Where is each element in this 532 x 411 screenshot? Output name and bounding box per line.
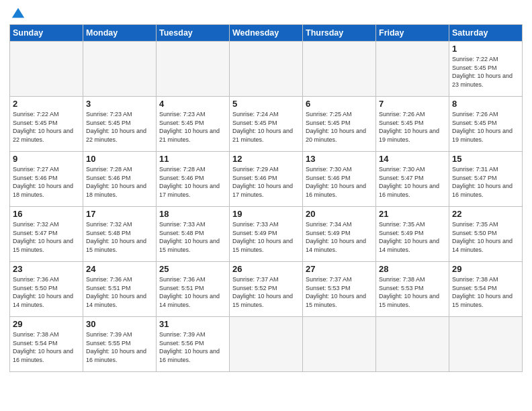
calendar-cell: 7Sunrise: 7:26 AMSunset: 5:45 PMDaylight… xyxy=(376,97,449,152)
empty-cell xyxy=(303,42,376,97)
calendar-cell: 25Sunrise: 7:36 AMSunset: 5:51 PMDayligh… xyxy=(157,262,230,317)
empty-cell xyxy=(230,42,303,97)
calendar-table: SundayMondayTuesdayWednesdayThursdayFrid… xyxy=(9,24,523,372)
page-container: SundayMondayTuesdayWednesdayThursdayFrid… xyxy=(0,0,532,377)
calendar-cell: 23Sunrise: 7:36 AMSunset: 5:50 PMDayligh… xyxy=(10,262,83,317)
weekday-header: Friday xyxy=(376,25,449,42)
calendar-cell: 29Sunrise: 7:38 AMSunset: 5:54 PMDayligh… xyxy=(10,317,83,372)
calendar-cell xyxy=(449,317,523,372)
calendar-cell: 27Sunrise: 7:37 AMSunset: 5:53 PMDayligh… xyxy=(303,262,376,317)
calendar-cell: 3Sunrise: 7:23 AMSunset: 5:45 PMDaylight… xyxy=(83,97,157,152)
calendar-cell: 17Sunrise: 7:32 AMSunset: 5:48 PMDayligh… xyxy=(83,207,157,262)
calendar-cell: 29Sunrise: 7:38 AMSunset: 5:54 PMDayligh… xyxy=(449,262,523,317)
empty-cell xyxy=(376,42,449,97)
weekday-header: Sunday xyxy=(10,25,83,42)
empty-cell xyxy=(83,42,157,97)
calendar-cell: 31Sunrise: 7:39 AMSunset: 5:56 PMDayligh… xyxy=(157,317,230,372)
header xyxy=(9,7,523,19)
calendar-cell: 20Sunrise: 7:34 AMSunset: 5:49 PMDayligh… xyxy=(303,207,376,262)
calendar-body: 1Sunrise: 7:22 AMSunset: 5:45 PMDaylight… xyxy=(10,42,523,372)
calendar-cell: 6Sunrise: 7:25 AMSunset: 5:45 PMDaylight… xyxy=(303,97,376,152)
weekday-header: Tuesday xyxy=(157,25,230,42)
empty-cell xyxy=(157,42,230,97)
weekday-header: Saturday xyxy=(449,25,523,42)
calendar-cell: 4Sunrise: 7:23 AMSunset: 5:45 PMDaylight… xyxy=(157,97,230,152)
calendar-cell: 10Sunrise: 7:28 AMSunset: 5:46 PMDayligh… xyxy=(83,152,157,207)
calendar-cell: 5Sunrise: 7:24 AMSunset: 5:45 PMDaylight… xyxy=(230,97,303,152)
calendar-cell: 30Sunrise: 7:39 AMSunset: 5:55 PMDayligh… xyxy=(83,317,157,372)
logo xyxy=(9,7,26,19)
calendar-cell: 15Sunrise: 7:31 AMSunset: 5:47 PMDayligh… xyxy=(449,152,523,207)
empty-cell xyxy=(10,42,83,97)
calendar-cell: 18Sunrise: 7:33 AMSunset: 5:48 PMDayligh… xyxy=(157,207,230,262)
svg-marker-0 xyxy=(12,8,24,18)
calendar-cell: 11Sunrise: 7:28 AMSunset: 5:46 PMDayligh… xyxy=(157,152,230,207)
weekday-header: Monday xyxy=(83,25,157,42)
calendar-cell: 12Sunrise: 7:29 AMSunset: 5:46 PMDayligh… xyxy=(230,152,303,207)
weekday-header: Wednesday xyxy=(230,25,303,42)
calendar-cell: 24Sunrise: 7:36 AMSunset: 5:51 PMDayligh… xyxy=(83,262,157,317)
calendar-cell: 26Sunrise: 7:37 AMSunset: 5:52 PMDayligh… xyxy=(230,262,303,317)
calendar-header: SundayMondayTuesdayWednesdayThursdayFrid… xyxy=(10,25,523,42)
calendar-cell: 2Sunrise: 7:22 AMSunset: 5:45 PMDaylight… xyxy=(10,97,83,152)
calendar-cell: 1Sunrise: 7:22 AMSunset: 5:45 PMDaylight… xyxy=(449,42,523,97)
calendar-cell: 8Sunrise: 7:26 AMSunset: 5:45 PMDaylight… xyxy=(449,97,523,152)
calendar-cell: 21Sunrise: 7:35 AMSunset: 5:49 PMDayligh… xyxy=(376,207,449,262)
calendar-cell: 28Sunrise: 7:38 AMSunset: 5:53 PMDayligh… xyxy=(376,262,449,317)
logo-icon xyxy=(11,7,26,21)
calendar-cell xyxy=(230,317,303,372)
weekday-header: Thursday xyxy=(303,25,376,42)
calendar-cell xyxy=(303,317,376,372)
calendar-cell: 14Sunrise: 7:30 AMSunset: 5:47 PMDayligh… xyxy=(376,152,449,207)
calendar-cell: 19Sunrise: 7:33 AMSunset: 5:49 PMDayligh… xyxy=(230,207,303,262)
calendar-cell: 22Sunrise: 7:35 AMSunset: 5:50 PMDayligh… xyxy=(449,207,523,262)
calendar-cell xyxy=(376,317,449,372)
calendar-cell: 13Sunrise: 7:30 AMSunset: 5:46 PMDayligh… xyxy=(303,152,376,207)
calendar-cell: 9Sunrise: 7:27 AMSunset: 5:46 PMDaylight… xyxy=(10,152,83,207)
calendar-cell: 16Sunrise: 7:32 AMSunset: 5:47 PMDayligh… xyxy=(10,207,83,262)
